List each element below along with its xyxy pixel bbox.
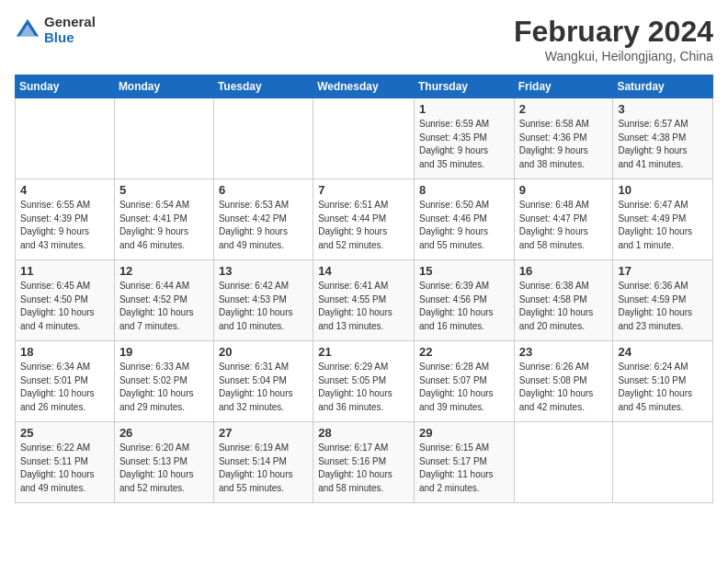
day-cell: 23Sunrise: 6:26 AM Sunset: 5:08 PM Dayli… — [514, 341, 613, 422]
day-cell — [313, 98, 415, 179]
day-cell: 14Sunrise: 6:41 AM Sunset: 4:55 PM Dayli… — [313, 260, 415, 341]
day-cell — [114, 98, 213, 179]
day-number: 5 — [119, 183, 209, 197]
day-info: Sunrise: 6:53 AM Sunset: 4:42 PM Dayligh… — [219, 199, 308, 252]
week-row-2: 4Sunrise: 6:55 AM Sunset: 4:39 PM Daylig… — [16, 179, 713, 260]
title-area: February 2024 Wangkui, Heilongjiang, Chi… — [514, 15, 713, 63]
location: Wangkui, Heilongjiang, China — [514, 49, 713, 63]
day-cell: 12Sunrise: 6:44 AM Sunset: 4:52 PM Dayli… — [114, 260, 213, 341]
day-info: Sunrise: 6:48 AM Sunset: 4:47 PM Dayligh… — [519, 199, 609, 252]
day-info: Sunrise: 6:50 AM Sunset: 4:46 PM Dayligh… — [419, 199, 509, 252]
day-info: Sunrise: 6:57 AM Sunset: 4:38 PM Dayligh… — [618, 118, 708, 171]
logo-icon — [15, 17, 40, 43]
day-number: 3 — [618, 102, 708, 116]
day-info: Sunrise: 6:41 AM Sunset: 4:55 PM Dayligh… — [318, 280, 409, 333]
week-row-5: 25Sunrise: 6:22 AM Sunset: 5:11 PM Dayli… — [16, 422, 713, 503]
day-info: Sunrise: 6:31 AM Sunset: 5:04 PM Dayligh… — [219, 361, 308, 414]
day-number: 26 — [119, 426, 209, 440]
column-header-saturday: Saturday — [613, 75, 713, 98]
day-info: Sunrise: 6:42 AM Sunset: 4:53 PM Dayligh… — [219, 280, 308, 333]
day-number: 13 — [219, 264, 308, 278]
day-info: Sunrise: 6:45 AM Sunset: 4:50 PM Dayligh… — [20, 280, 109, 333]
day-number: 4 — [20, 183, 109, 197]
day-number: 16 — [519, 264, 609, 278]
day-number: 17 — [618, 264, 708, 278]
day-cell: 11Sunrise: 6:45 AM Sunset: 4:50 PM Dayli… — [16, 260, 115, 341]
day-cell: 1Sunrise: 6:59 AM Sunset: 4:35 PM Daylig… — [414, 98, 514, 179]
day-cell: 19Sunrise: 6:33 AM Sunset: 5:02 PM Dayli… — [114, 341, 213, 422]
calendar-body: 1Sunrise: 6:59 AM Sunset: 4:35 PM Daylig… — [16, 98, 713, 503]
day-cell: 18Sunrise: 6:34 AM Sunset: 5:01 PM Dayli… — [16, 341, 115, 422]
day-number: 29 — [419, 426, 509, 440]
day-number: 9 — [519, 183, 609, 197]
day-info: Sunrise: 6:15 AM Sunset: 5:17 PM Dayligh… — [419, 442, 509, 495]
column-header-wednesday: Wednesday — [313, 75, 415, 98]
day-cell: 7Sunrise: 6:51 AM Sunset: 4:44 PM Daylig… — [313, 179, 415, 260]
day-cell: 22Sunrise: 6:28 AM Sunset: 5:07 PM Dayli… — [414, 341, 514, 422]
logo: General Blue — [15, 15, 96, 45]
day-cell: 21Sunrise: 6:29 AM Sunset: 5:05 PM Dayli… — [313, 341, 415, 422]
day-info: Sunrise: 6:17 AM Sunset: 5:16 PM Dayligh… — [318, 442, 409, 495]
week-row-4: 18Sunrise: 6:34 AM Sunset: 5:01 PM Dayli… — [16, 341, 713, 422]
day-info: Sunrise: 6:36 AM Sunset: 4:59 PM Dayligh… — [618, 280, 708, 333]
day-cell: 16Sunrise: 6:38 AM Sunset: 4:58 PM Dayli… — [514, 260, 613, 341]
day-number: 22 — [419, 345, 509, 359]
column-header-tuesday: Tuesday — [213, 75, 313, 98]
day-cell: 4Sunrise: 6:55 AM Sunset: 4:39 PM Daylig… — [16, 179, 115, 260]
day-number: 28 — [318, 426, 409, 440]
month-title: February 2024 — [514, 15, 713, 49]
day-info: Sunrise: 6:51 AM Sunset: 4:44 PM Dayligh… — [318, 199, 409, 252]
day-cell: 15Sunrise: 6:39 AM Sunset: 4:56 PM Dayli… — [414, 260, 514, 341]
day-cell: 17Sunrise: 6:36 AM Sunset: 4:59 PM Dayli… — [613, 260, 713, 341]
day-number: 8 — [419, 183, 509, 197]
day-info: Sunrise: 6:47 AM Sunset: 4:49 PM Dayligh… — [618, 199, 708, 252]
day-cell: 25Sunrise: 6:22 AM Sunset: 5:11 PM Dayli… — [16, 422, 115, 503]
day-info: Sunrise: 6:26 AM Sunset: 5:08 PM Dayligh… — [519, 361, 609, 414]
day-info: Sunrise: 6:19 AM Sunset: 5:14 PM Dayligh… — [219, 442, 308, 495]
day-info: Sunrise: 6:34 AM Sunset: 5:01 PM Dayligh… — [20, 361, 109, 414]
week-row-1: 1Sunrise: 6:59 AM Sunset: 4:35 PM Daylig… — [16, 98, 713, 179]
day-number: 1 — [419, 102, 509, 116]
day-cell: 2Sunrise: 6:58 AM Sunset: 4:36 PM Daylig… — [514, 98, 613, 179]
logo-blue: Blue — [44, 30, 96, 46]
day-cell: 8Sunrise: 6:50 AM Sunset: 4:46 PM Daylig… — [414, 179, 514, 260]
day-number: 11 — [20, 264, 109, 278]
day-cell: 24Sunrise: 6:24 AM Sunset: 5:10 PM Dayli… — [613, 341, 713, 422]
day-cell: 28Sunrise: 6:17 AM Sunset: 5:16 PM Dayli… — [313, 422, 415, 503]
page-header: General Blue February 2024 Wangkui, Heil… — [15, 15, 713, 63]
day-number: 6 — [219, 183, 308, 197]
day-info: Sunrise: 6:28 AM Sunset: 5:07 PM Dayligh… — [419, 361, 509, 414]
column-header-monday: Monday — [114, 75, 213, 98]
day-number: 27 — [219, 426, 308, 440]
day-info: Sunrise: 6:58 AM Sunset: 4:36 PM Dayligh… — [519, 118, 609, 171]
day-info: Sunrise: 6:33 AM Sunset: 5:02 PM Dayligh… — [119, 361, 209, 414]
calendar-table: SundayMondayTuesdayWednesdayThursdayFrid… — [15, 75, 713, 503]
day-number: 14 — [318, 264, 409, 278]
column-header-friday: Friday — [514, 75, 613, 98]
logo-text: General Blue — [44, 15, 96, 45]
day-info: Sunrise: 6:22 AM Sunset: 5:11 PM Dayligh… — [20, 442, 109, 495]
day-info: Sunrise: 6:24 AM Sunset: 5:10 PM Dayligh… — [618, 361, 708, 414]
day-info: Sunrise: 6:55 AM Sunset: 4:39 PM Dayligh… — [20, 199, 109, 252]
day-info: Sunrise: 6:20 AM Sunset: 5:13 PM Dayligh… — [119, 442, 209, 495]
day-cell: 29Sunrise: 6:15 AM Sunset: 5:17 PM Dayli… — [414, 422, 514, 503]
column-header-thursday: Thursday — [414, 75, 514, 98]
day-number: 19 — [119, 345, 209, 359]
day-number: 2 — [519, 102, 609, 116]
day-info: Sunrise: 6:29 AM Sunset: 5:05 PM Dayligh… — [318, 361, 409, 414]
day-number: 25 — [20, 426, 109, 440]
day-cell: 13Sunrise: 6:42 AM Sunset: 4:53 PM Dayli… — [213, 260, 313, 341]
logo-general: General — [44, 15, 96, 30]
day-cell: 6Sunrise: 6:53 AM Sunset: 4:42 PM Daylig… — [213, 179, 313, 260]
day-cell: 27Sunrise: 6:19 AM Sunset: 5:14 PM Dayli… — [213, 422, 313, 503]
day-cell: 3Sunrise: 6:57 AM Sunset: 4:38 PM Daylig… — [613, 98, 713, 179]
day-number: 18 — [20, 345, 109, 359]
day-cell — [16, 98, 115, 179]
column-header-sunday: Sunday — [16, 75, 115, 98]
day-cell — [514, 422, 613, 503]
day-cell: 20Sunrise: 6:31 AM Sunset: 5:04 PM Dayli… — [213, 341, 313, 422]
day-cell: 10Sunrise: 6:47 AM Sunset: 4:49 PM Dayli… — [613, 179, 713, 260]
day-number: 24 — [618, 345, 708, 359]
day-number: 15 — [419, 264, 509, 278]
day-cell: 9Sunrise: 6:48 AM Sunset: 4:47 PM Daylig… — [514, 179, 613, 260]
